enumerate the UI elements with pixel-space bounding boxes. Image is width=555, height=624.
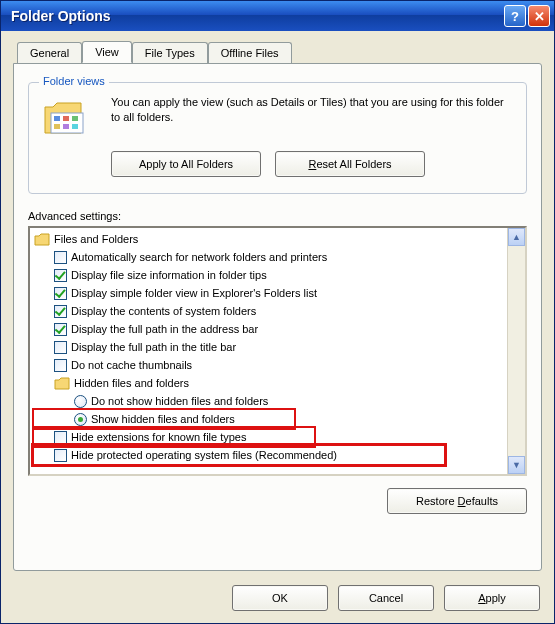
- apply-to-all-folders-label: Apply to All Folders: [139, 158, 233, 170]
- node-simple-view[interactable]: Display simple folder view in Explorer's…: [34, 284, 505, 302]
- node-label: Display simple folder view in Explorer's…: [71, 284, 317, 302]
- node-hidden-group[interactable]: Hidden files and folders: [34, 374, 505, 392]
- tab-offline-files[interactable]: Offline Files: [208, 42, 292, 64]
- node-label: Display file size information in folder …: [71, 266, 267, 284]
- folder-views-legend: Folder views: [39, 75, 109, 87]
- node-hide-os[interactable]: Hide protected operating system files (R…: [34, 446, 444, 464]
- close-button[interactable]: ✕: [528, 5, 550, 27]
- node-sys-folders[interactable]: Display the contents of system folders: [34, 302, 505, 320]
- advanced-settings-label: Advanced settings:: [28, 210, 527, 222]
- node-addr-bar[interactable]: Display the full path in the address bar: [34, 320, 505, 338]
- node-hidden-yes[interactable]: Show hidden files and folders: [34, 410, 294, 428]
- scroll-up-button[interactable]: ▲: [508, 228, 525, 246]
- titlebar-buttons: ? ✕: [504, 5, 550, 27]
- help-button[interactable]: ?: [504, 5, 526, 27]
- checkbox-unchecked[interactable]: [54, 359, 67, 372]
- restore-defaults-label: Restore Defaults: [416, 495, 498, 507]
- folder-options-dialog: Folder Options ? ✕ General View File Typ…: [0, 0, 555, 624]
- scrollbar-vertical[interactable]: ▲ ▼: [507, 228, 525, 474]
- ok-button[interactable]: OK: [232, 585, 328, 611]
- restore-defaults-button[interactable]: Restore Defaults: [387, 488, 527, 514]
- apply-label: Apply: [478, 592, 506, 604]
- tab-view[interactable]: View: [82, 41, 132, 63]
- reset-all-folders-label: Reset All Folders: [308, 158, 391, 170]
- folder-icon: [34, 232, 50, 246]
- tree-content: Files and Folders Automatically search f…: [30, 228, 507, 474]
- dialog-body: General View File Types Offline Files Fo…: [1, 31, 554, 623]
- svg-rect-2: [63, 116, 69, 121]
- node-title-bar[interactable]: Display the full path in the title bar: [34, 338, 505, 356]
- checkbox-checked[interactable]: [54, 305, 67, 318]
- node-auto-search[interactable]: Automatically search for network folders…: [34, 248, 505, 266]
- checkbox-unchecked[interactable]: [54, 449, 67, 462]
- node-label: Display the full path in the title bar: [71, 338, 236, 356]
- node-label: Show hidden files and folders: [91, 410, 235, 428]
- node-label: Display the contents of system folders: [71, 302, 256, 320]
- node-files-and-folders[interactable]: Files and Folders: [34, 230, 505, 248]
- cancel-button[interactable]: Cancel: [338, 585, 434, 611]
- node-label: Automatically search for network folders…: [71, 248, 327, 266]
- checkbox-unchecked[interactable]: [54, 341, 67, 354]
- node-label: Hidden files and folders: [74, 374, 189, 392]
- node-label: Display the full path in the address bar: [71, 320, 258, 338]
- node-label: Do not cache thumbnails: [71, 356, 192, 374]
- svg-rect-5: [63, 124, 69, 129]
- node-hidden-no[interactable]: Do not show hidden files and folders: [34, 392, 505, 410]
- folder-icon: [54, 376, 70, 390]
- radio-unselected[interactable]: [74, 395, 87, 408]
- reset-all-folders-button[interactable]: Reset All Folders: [275, 151, 425, 177]
- node-label: Hide protected operating system files (R…: [71, 446, 337, 464]
- cancel-label: Cancel: [369, 592, 403, 604]
- node-label: Hide extensions for known file types: [71, 428, 246, 446]
- folder-views-description: You can apply the view (such as Details …: [111, 95, 514, 126]
- scroll-track[interactable]: [508, 246, 525, 456]
- window-title: Folder Options: [11, 8, 111, 24]
- checkbox-unchecked[interactable]: [54, 251, 67, 264]
- node-no-thumbs[interactable]: Do not cache thumbnails: [34, 356, 505, 374]
- ok-label: OK: [272, 592, 288, 604]
- advanced-settings-tree[interactable]: Files and Folders Automatically search f…: [28, 226, 527, 476]
- folder-views-group: Folder views: [28, 82, 527, 194]
- node-label: Files and Folders: [54, 230, 138, 248]
- svg-rect-6: [72, 124, 78, 129]
- apply-to-all-folders-button[interactable]: Apply to All Folders: [111, 151, 261, 177]
- checkbox-checked[interactable]: [54, 287, 67, 300]
- tab-panel-view: Folder views: [13, 63, 542, 571]
- node-hide-ext[interactable]: Hide extensions for known file types: [34, 428, 314, 446]
- svg-rect-3: [72, 116, 78, 121]
- scroll-down-button[interactable]: ▼: [508, 456, 525, 474]
- node-label: Do not show hidden files and folders: [91, 392, 268, 410]
- apply-button[interactable]: Apply: [444, 585, 540, 611]
- folder-views-icon: [41, 95, 97, 141]
- checkbox-checked[interactable]: [54, 269, 67, 282]
- dialog-buttons: OK Cancel Apply: [232, 585, 540, 611]
- svg-rect-4: [54, 124, 60, 129]
- svg-rect-1: [54, 116, 60, 121]
- radio-selected[interactable]: [74, 413, 87, 426]
- tab-general[interactable]: General: [17, 42, 82, 64]
- titlebar: Folder Options ? ✕: [1, 1, 554, 31]
- tabstrip: General View File Types Offline Files: [17, 41, 542, 63]
- checkbox-checked[interactable]: [54, 323, 67, 336]
- checkbox-unchecked[interactable]: [54, 431, 67, 444]
- tab-file-types[interactable]: File Types: [132, 42, 208, 64]
- node-file-size[interactable]: Display file size information in folder …: [34, 266, 505, 284]
